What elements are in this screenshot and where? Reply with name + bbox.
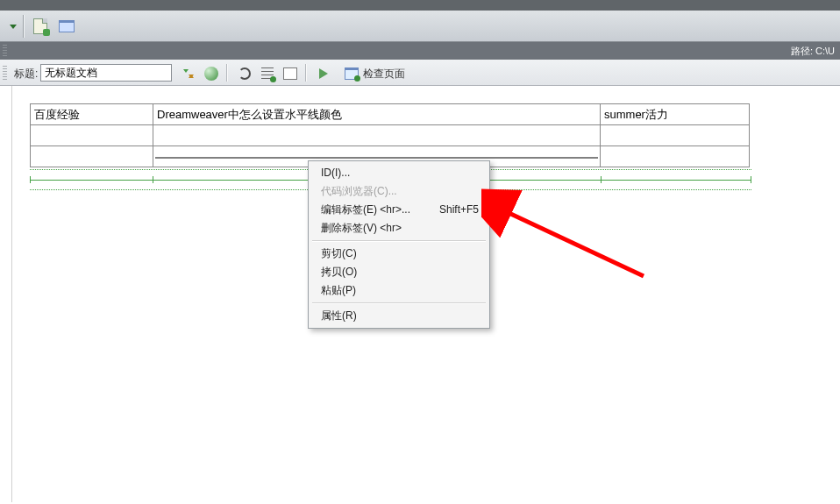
toolbar-separator [305, 64, 307, 82]
table-cell[interactable] [601, 146, 750, 167]
indicator-tick [751, 176, 751, 183]
menu-separator [312, 302, 486, 304]
check-page-label: 检查页面 [363, 67, 405, 82]
menu-copy[interactable]: 拷贝(O) [309, 263, 489, 281]
path-label: 路径: C:\U [791, 45, 835, 58]
table-cell[interactable]: Dreamweaver中怎么设置水平线颜色 [153, 104, 601, 125]
table-row[interactable] [31, 125, 750, 146]
panel-icon [59, 20, 75, 32]
globe-icon [204, 67, 218, 81]
indicator-tick [601, 176, 602, 183]
document-toolbar: 标题: 检查页面 [0, 60, 840, 86]
title-input[interactable] [40, 64, 172, 82]
dropdown-arrow-icon [10, 25, 17, 29]
menu-separator [312, 240, 486, 242]
tab-strip [0, 0, 840, 11]
view-options-button[interactable] [258, 64, 277, 83]
options-icon [283, 67, 297, 80]
table-cell[interactable]: summer活力 [601, 104, 750, 125]
indicator-tick [153, 176, 153, 183]
context-menu: ID(I)... 代码浏览器(C)... 编辑标签(E) <hr>...Shif… [308, 160, 490, 329]
refresh-icon [238, 67, 251, 80]
panel-button[interactable] [57, 17, 76, 36]
table-cell[interactable] [153, 125, 601, 146]
table-cell[interactable] [31, 125, 153, 146]
path-bar: 路径: C:\U [0, 42, 840, 60]
hr-element[interactable] [155, 157, 598, 159]
check-page-button[interactable] [342, 64, 361, 83]
table-row[interactable]: 百度经验 Dreamweaver中怎么设置水平线颜色 summer活力 [31, 104, 750, 125]
refresh-button[interactable] [235, 64, 254, 83]
drag-handle-icon [3, 66, 7, 80]
menu-remove-tag[interactable]: 删除标签(V) <hr> [309, 219, 489, 238]
list-icon [261, 67, 274, 80]
up-down-arrows-icon [182, 67, 195, 81]
primary-toolbar [0, 11, 840, 42]
indicator-tick [30, 176, 31, 183]
toolbar-separator [226, 64, 228, 82]
menu-properties[interactable]: 属性(R) [309, 307, 489, 325]
title-label: 标题: [14, 67, 38, 82]
content-table[interactable]: 百度经验 Dreamweaver中怎么设置水平线颜色 summer活力 [30, 103, 750, 167]
menu-code-browser: 代码浏览器(C)... [309, 182, 489, 201]
menu-paste[interactable]: 粘贴(P) [309, 281, 489, 300]
drag-handle-icon [3, 45, 7, 57]
file-management-button[interactable] [179, 64, 198, 83]
visual-aids-button[interactable] [281, 64, 300, 83]
menu-cut[interactable]: 剪切(C) [309, 245, 489, 263]
table-cell[interactable] [31, 146, 153, 167]
play-icon [319, 68, 328, 79]
layout-dropdown-button[interactable] [4, 17, 23, 36]
live-view-button[interactable] [314, 64, 333, 83]
table-cell[interactable]: 百度经验 [31, 104, 153, 125]
window-check-icon [345, 67, 359, 80]
menu-id[interactable]: ID(I)... [309, 164, 489, 182]
document-icon [33, 18, 47, 34]
table-cell[interactable] [601, 125, 750, 146]
new-document-button[interactable] [31, 17, 50, 36]
toolbar-separator [23, 15, 25, 38]
preview-browser-button[interactable] [202, 64, 221, 83]
menu-edit-tag[interactable]: 编辑标签(E) <hr>...Shift+F5 [309, 201, 489, 219]
